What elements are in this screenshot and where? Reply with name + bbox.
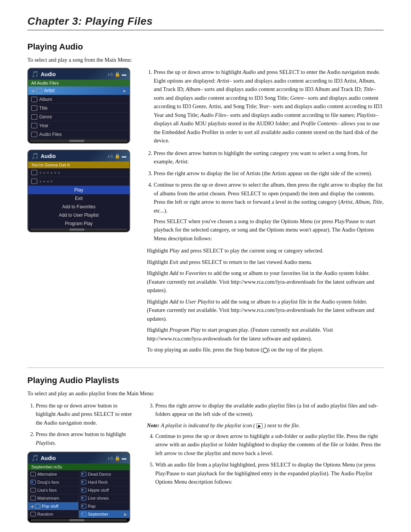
battery-icon-3: ▬ — [122, 455, 126, 461]
scrollbar-thumb-3 — [69, 519, 84, 521]
pl-label-rap: Rap — [88, 504, 96, 508]
section-divider — [27, 367, 384, 368]
playlist-icon-live — [81, 496, 86, 500]
screen1-header: 🎵 Audio ♪♫ 🔒 ▬ — [28, 69, 129, 80]
song-icon-2 — [31, 179, 37, 184]
pl-item-rap: Rap — [79, 502, 129, 510]
option-add-favorites: Add to Favorites — [28, 203, 129, 211]
pl-item-live-shows: Live shows — [79, 494, 129, 502]
folder-icon-year — [31, 123, 37, 128]
lock-icon-3: 🔒 — [115, 455, 120, 461]
section2-intro: To select and play an audio playlist fro… — [27, 389, 384, 398]
option-play: Play — [28, 186, 129, 194]
song-label-1: ● ● ● ● ● ● — [39, 170, 60, 175]
battery-icon: ▬ — [122, 72, 126, 77]
lock-icon-2: 🔒 — [115, 153, 120, 159]
screen3: 🎵 Audio ♪♫ 🔒 ▬ September.m3u — [27, 452, 130, 523]
step-2: Press the down arrow button to highlight… — [154, 149, 384, 166]
option-program-play: Program Play — [28, 219, 129, 228]
pl-label-random: Random — [37, 512, 53, 516]
audio-icon-2: 🎵 — [31, 152, 39, 160]
pl-label-pop: Pop stuff — [42, 504, 58, 508]
menu-item-song2: ● ● ● ● — [28, 177, 129, 186]
section2-layout: Press the up or down arrow button to hig… — [27, 401, 384, 529]
playlist-icon-hard-rock — [81, 480, 86, 484]
menu-label-genre: Genre — [39, 114, 52, 120]
lock-icon: 🔒 — [115, 72, 120, 77]
note-text: Note: A playlist is indicated by the pla… — [147, 422, 384, 429]
menu-item-audiofiles: Audio Files — [28, 130, 129, 139]
menu-label-album: Album — [39, 97, 52, 102]
screen1-body: ◀ Artist ▶ Album Title — [28, 86, 129, 142]
col-right-text: Press the up or down arrow to highlight … — [147, 68, 384, 356]
arrow-left-icon: ◀ — [31, 89, 34, 93]
folder-icon-alternative — [30, 472, 36, 476]
song-icon-1 — [31, 170, 37, 175]
folder-icon-lisas — [30, 488, 36, 492]
audio-icon-3: 🎵 — [31, 454, 39, 462]
folder-icon-mainstream — [30, 496, 36, 500]
menu-label-audiofiles: Audio Files — [39, 132, 62, 137]
menu-item-song1: ● ● ● ● ● ● — [28, 168, 129, 177]
pl-item-random: Random — [28, 510, 79, 518]
arrow-left-pop: ◀ — [30, 504, 33, 508]
stop-button-icon — [263, 348, 268, 353]
playlist-indicator-icon: ▶ — [256, 423, 263, 428]
screen2-subtitle: You're Gonna Get It — [28, 161, 129, 168]
arrow-right-icon: ▶ — [123, 89, 126, 93]
music-note-icon: ♪♫ — [107, 72, 113, 77]
screen2-title: 🎵 Audio — [31, 152, 56, 160]
pl-item-lisas-favs: Lisa's favs — [28, 486, 79, 494]
playlist-icon-rap — [81, 504, 86, 508]
pl-item-mainstream: Mainstream — [28, 494, 79, 502]
options-overlay: Play Exit Add to Favorites Add to User P… — [28, 186, 129, 228]
menu-item-genre: Genre — [28, 113, 129, 121]
chapter-title: Chapter 3: Playing Files — [27, 15, 384, 27]
folder-icon-artist — [36, 88, 42, 93]
steps-list-pl-2: Continue to press the up or down arrow t… — [155, 432, 384, 486]
screen3-title: 🎵 Audio — [31, 454, 56, 462]
option-exit: Exit — [28, 194, 129, 203]
pl-label-sept: September — [88, 512, 108, 516]
pl-label-dougs: Doug's favs — [37, 480, 59, 484]
pl-item-dead-dance: Dead Dance — [79, 470, 129, 478]
menu-label-year: Year — [39, 123, 48, 128]
playlist-icon-hippie — [81, 488, 86, 492]
screen3-header: 🎵 Audio ♪♫ 🔒 ▬ — [28, 452, 129, 463]
section-playing-playlists: Playing Audio Playlists To select and pl… — [27, 375, 384, 529]
step-pl-3: Press the right arrow to display the ava… — [155, 401, 384, 419]
section1-intro: To select and play a song from the Main … — [27, 56, 384, 64]
screen1: 🎵 Audio ♪♫ 🔒 ▬ All Audio Files ◀ — [27, 68, 130, 144]
option-add-playlist: Add to User Playlist — [28, 211, 129, 219]
menu-item-year: Year — [28, 121, 129, 130]
page: Chapter 3: Playing Files Playing Audio T… — [0, 0, 411, 532]
pl-label-lisas: Lisa's favs — [37, 488, 57, 492]
playlist-icon-sept — [81, 512, 86, 516]
section-title-2: Playing Audio Playlists — [27, 375, 384, 385]
screen2-icons: ♪♫ 🔒 ▬ — [107, 153, 126, 159]
battery-icon-2: ▬ — [122, 153, 126, 159]
screen2-body: ● ● ● ● ● ● ● ● ● ● Play Exit Add to Fav… — [28, 168, 129, 231]
menu-item-album: Album — [28, 95, 129, 104]
scrollbar-3 — [30, 519, 127, 521]
folder-icon-genre — [31, 114, 37, 120]
pl-label-mainstream: Mainstream — [37, 496, 59, 500]
highlight-exit: Highlight Exit and press SELECT to retur… — [147, 258, 384, 266]
pl-label-live: Live shows — [88, 496, 108, 500]
menu-item-title: Title — [28, 104, 129, 113]
screen3-icons: ♪♫ 🔒 ▬ — [107, 455, 126, 461]
screen1-subtitle: All Audio Files — [28, 80, 129, 86]
section1-layout: 🎵 Audio ♪♫ 🔒 ▬ All Audio Files ◀ — [27, 68, 384, 356]
pl-item-hippie-stuff: Hippie stuff — [79, 486, 129, 494]
step-pl-1: Press the up or down arrow button to hig… — [36, 401, 138, 427]
pl-item-alternative: Alternative — [28, 470, 79, 478]
highlight-stop: To stop playing an audio file, press the… — [147, 345, 384, 354]
folder-icon-audiofiles — [31, 132, 37, 137]
playlist-grid: Alternative Dead Dance Doug's favs — [28, 470, 129, 518]
highlight-program-play: Highlight Program Play to start program … — [147, 326, 384, 343]
pl-label-hard-rock: Hard Rock — [88, 480, 108, 484]
step-pl-5: With an audio file from a playlist highl… — [155, 460, 384, 486]
folder-icon-title — [31, 105, 37, 111]
col-left-screen3: Press the up or down arrow button to hig… — [27, 401, 138, 529]
scrollbar-thumb-2 — [69, 228, 84, 231]
